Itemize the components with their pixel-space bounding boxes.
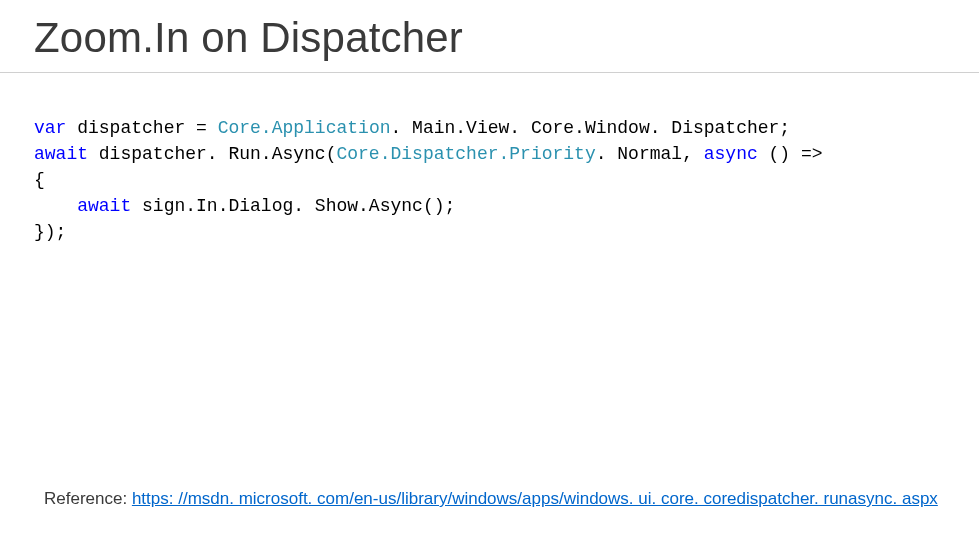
code-indent [34, 196, 77, 216]
code-text: }); [34, 222, 66, 242]
reference-label: Reference: [44, 489, 132, 508]
reference-link[interactable]: https: //msdn. microsoft. com/en-us/libr… [132, 489, 938, 508]
keyword-await: await [77, 196, 131, 216]
keyword-var: var [34, 118, 66, 138]
keyword-async: async [704, 144, 758, 164]
code-block: var dispatcher = Core.Application. Main.… [0, 73, 979, 245]
code-text [66, 118, 77, 138]
code-text: sign.In.Dialog. Show.Async(); [131, 196, 455, 216]
code-text: dispatcher. Run.Async( [88, 144, 336, 164]
footer: Reference: https: //msdn. microsoft. com… [44, 489, 938, 509]
code-text: { [34, 170, 45, 190]
type-coredispatcherpriority: Core.Dispatcher.Priority [336, 144, 595, 164]
code-text: () => [758, 144, 823, 164]
code-text: dispatcher = [77, 118, 217, 138]
code-text: . Main.View. Core.Window. Dispatcher; [390, 118, 790, 138]
type-coreapplication: Core.Application [218, 118, 391, 138]
code-text: . Normal, [596, 144, 704, 164]
title-area: Zoom.In on Dispatcher [0, 0, 979, 73]
page-title: Zoom.In on Dispatcher [34, 14, 945, 62]
keyword-await: await [34, 144, 88, 164]
slide: Zoom.In on Dispatcher var dispatcher = C… [0, 0, 979, 551]
